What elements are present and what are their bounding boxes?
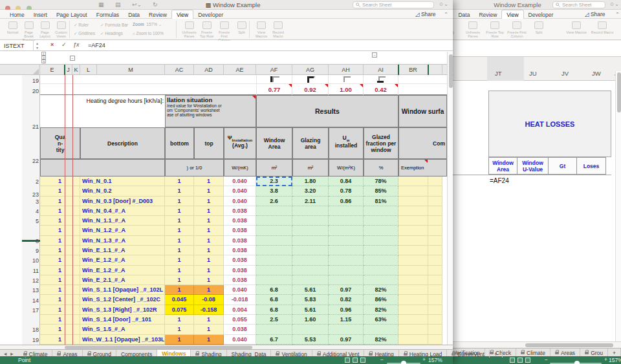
row-header-8[interactable]: 8 xyxy=(22,238,39,244)
cell-uw-installed[interactable]: 0.84 xyxy=(329,177,364,186)
cell-psi-installation[interactable]: 0.055 xyxy=(224,315,256,325)
psi-factor-cell[interactable]: 0.92 xyxy=(292,84,329,95)
cell-exemption[interactable] xyxy=(398,285,428,295)
cell-glazing-area[interactable]: 1.60 xyxy=(292,315,329,325)
confirm-formula-icon[interactable]: ✓ xyxy=(61,41,67,48)
back-column-header-JU[interactable]: JU xyxy=(529,70,537,77)
cell-psi-installation[interactable]: 0.040 xyxy=(224,335,256,345)
cell-description[interactable]: Win_S_1.4 [Door] _#_101 xyxy=(80,315,165,325)
cell-top[interactable]: 1 xyxy=(194,177,224,186)
cell-glazed-fraction[interactable]: 63% xyxy=(364,315,398,325)
row-header-11[interactable]: 11 xyxy=(22,268,39,274)
cell-exemption[interactable] xyxy=(398,186,428,196)
cell-window-area[interactable] xyxy=(256,226,292,235)
cell-uw-installed[interactable]: 1.15 xyxy=(329,315,364,325)
cell-psi-installation[interactable]: -0.018 xyxy=(224,295,256,305)
back-freeze-button-freeze-top-row[interactable]: Freeze Top Row xyxy=(485,21,505,38)
cell-glazed-fraction[interactable] xyxy=(364,275,398,285)
name-box[interactable]: ISTEXT xyxy=(0,41,34,51)
cell-bottom[interactable]: 0.075 xyxy=(165,305,194,315)
ribbon-tab-developer[interactable]: Developer xyxy=(193,10,228,19)
cell-exemption[interactable] xyxy=(398,226,428,235)
cell-glazed-fraction[interactable] xyxy=(364,246,398,255)
cell-quantity[interactable]: 1 xyxy=(40,197,80,206)
column-header-M[interactable]: M xyxy=(97,65,165,75)
column-header-AE[interactable]: AE xyxy=(224,65,256,75)
row-header-19[interactable]: 19 xyxy=(22,337,39,343)
cell-bottom[interactable]: 1 xyxy=(165,216,194,226)
cell-window-area[interactable]: 3.8 xyxy=(256,186,292,196)
row-header-17[interactable]: 17 xyxy=(22,307,39,314)
ribbon-collapse-icon[interactable]: ⌃ xyxy=(444,11,448,17)
cell-glazing-area[interactable] xyxy=(292,226,329,235)
cell-glazing-area[interactable]: 5.61 xyxy=(292,285,329,295)
back-ribbon-tab-review[interactable]: Review xyxy=(474,10,501,19)
cell-exemption[interactable] xyxy=(398,315,428,325)
row-header-14[interactable]: 14 xyxy=(22,297,39,304)
cell-quantity[interactable]: 1 xyxy=(40,186,80,196)
checkbox-gridlines[interactable]: ✓ Gridlines xyxy=(74,31,95,36)
cell-quantity[interactable]: 1 xyxy=(40,325,80,334)
column-header-L[interactable]: L xyxy=(80,65,97,75)
column-header-AG[interactable]: AG xyxy=(292,65,329,75)
front-view-switcher[interactable] xyxy=(345,357,368,363)
back-sheet-tab-grou[interactable]: Grou xyxy=(580,348,608,356)
ribbon-tab-home[interactable]: Home xyxy=(5,10,29,19)
cell-extra[interactable] xyxy=(428,186,442,196)
row-header-19[interactable]: 19 xyxy=(22,78,39,84)
row-header-12[interactable]: 12 xyxy=(22,277,39,284)
cell-extra[interactable] xyxy=(428,266,442,275)
back-column-header-JT[interactable]: JT xyxy=(495,70,502,77)
view-button-page-layout[interactable]: Page Layout xyxy=(38,21,52,38)
cell-window-area[interactable]: 6.8 xyxy=(256,295,292,305)
cell-glazing-area[interactable] xyxy=(292,216,329,226)
cell-exemption[interactable] xyxy=(398,246,428,255)
row-header-20[interactable]: 20 xyxy=(22,88,39,94)
cell-window-area[interactable] xyxy=(256,275,292,285)
ribbon-tab-page-layout[interactable]: Page Layout xyxy=(52,10,92,19)
cell-glazing-area[interactable]: 5.83 xyxy=(292,295,329,305)
cell-top[interactable]: 1 xyxy=(194,206,224,216)
back-freeze-button-split[interactable]: Split xyxy=(528,21,549,34)
row-header-column[interactable]: 19202122232345891011121314171819 xyxy=(22,75,40,345)
view-button-normal[interactable]: Normal xyxy=(5,21,20,34)
cell-top[interactable]: -0.158 xyxy=(194,305,224,315)
cell-extra[interactable] xyxy=(428,216,442,226)
cell-uw-installed[interactable]: 0.82 xyxy=(329,295,364,305)
cell-glazing-area[interactable] xyxy=(292,255,329,265)
back-macro-button-view-macros[interactable]: View Macros xyxy=(564,21,589,34)
cell-glazed-fraction[interactable]: 81% xyxy=(364,197,398,206)
cell-uw-installed[interactable] xyxy=(329,236,364,246)
zoom-value-dropdown[interactable]: 157% xyxy=(146,22,157,27)
redo-icon[interactable]: ↻ xyxy=(153,1,158,8)
back-sheet-tab-climate[interactable]: Climate xyxy=(516,348,550,356)
cell-exemption[interactable] xyxy=(398,325,428,334)
cell-exemption[interactable] xyxy=(398,255,428,265)
cell-quantity[interactable]: 1 xyxy=(40,285,80,295)
macro-button-view-macros[interactable]: View Macros xyxy=(254,21,269,38)
cell-description[interactable]: Win_S_1.5_#_A xyxy=(80,325,165,334)
outline-collapse-icon[interactable]: − xyxy=(70,56,75,61)
cell-quantity[interactable]: 1 xyxy=(40,226,80,235)
cell-top[interactable]: 1 xyxy=(194,226,224,235)
column-header-BR[interactable]: BR xyxy=(398,65,428,75)
cell-exemption[interactable] xyxy=(398,177,428,186)
cell-psi-installation[interactable]: 0.038 xyxy=(224,255,256,265)
cell-glazed-fraction[interactable] xyxy=(364,325,398,334)
cell-uw-installed[interactable]: 0.78 xyxy=(329,186,364,196)
cell-quantity[interactable]: 1 xyxy=(40,315,80,325)
back-sheet-tab-+[interactable]: + xyxy=(608,348,621,356)
row-header-21[interactable]: 21 xyxy=(22,123,39,130)
cell-bottom[interactable]: 1 xyxy=(165,325,194,334)
cell-quantity[interactable]: 1 xyxy=(40,236,80,246)
cell-window-area[interactable]: 6.8 xyxy=(256,285,292,295)
cell-description[interactable]: Win_S_1.2 [Center] _#_102C xyxy=(80,295,165,305)
cell-exemption[interactable] xyxy=(398,216,428,226)
back-vertical-scrollbar[interactable] xyxy=(615,71,621,341)
row-header-2[interactable]: 2 xyxy=(22,178,39,185)
cell-extra[interactable] xyxy=(428,177,442,186)
freeze-button-freeze-top-row[interactable]: Freeze Top Row xyxy=(199,21,215,38)
cell-psi-installation[interactable]: 0.038 xyxy=(224,226,256,235)
cell-window-area[interactable] xyxy=(256,246,292,255)
cell-quantity[interactable]: 1 xyxy=(40,216,80,226)
